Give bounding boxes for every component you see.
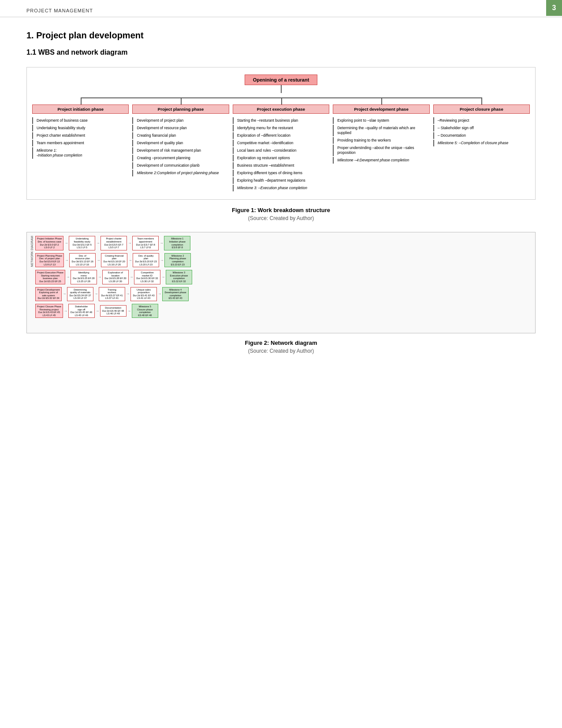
wbs-item: Development of communication planb [132, 162, 229, 169]
wbs-milestone: Milestone 1:-Initiation phase completion [32, 147, 129, 159]
wbs-milestone: Milestone 3: –Execution phase completion [233, 185, 329, 191]
network-row-1: Project Initiation PhaseDev. of business… [35, 236, 532, 250]
wbs-item: Development of risk management plan [132, 147, 229, 154]
nd-box: Project Closure PhaseReviewing projectDu… [35, 304, 63, 318]
wbs-milestone: Milestone 2:Completion of project planni… [132, 170, 229, 176]
wbs-item: Competitive market –identification [233, 140, 329, 146]
wbs-milestone: Milestone –4:Devepment phase completion [333, 157, 429, 164]
nd-box: Team membersappointmentDur:1d ES:7 EF:8L… [132, 236, 159, 250]
subsection-title: 1.1 WBS and network diagram [26, 49, 536, 56]
wbs-item: –Reviewing project [433, 117, 530, 124]
wbs-item: Creating –procurement planning [132, 155, 229, 161]
nd-box: Competitivemarket IDDur:2d ES:30 EF:32LS… [134, 270, 160, 284]
figure2-caption: Figure 2: Network diagram [26, 340, 536, 346]
wbs-item: Exploring health –department regulations [233, 177, 329, 184]
phase-planning-items: Development of project plan Development … [132, 117, 229, 177]
network-row-4: Project DevelopmentExploring point ofsal… [35, 287, 532, 301]
phase-planning: Project planning phase Development of pr… [130, 97, 231, 192]
nd-box: Undertakingfeasibility studyDur:3d ES:2 … [69, 236, 95, 250]
network-row-3: Project Execution PhaseStarting resturan… [35, 270, 532, 284]
nd-box: Dev. of qualityplanDur:3d ES:20 EF:23LS:… [133, 253, 159, 267]
nd-arrow: → [96, 309, 99, 313]
nd-arrow: → [65, 258, 68, 262]
nd-arrow: → [128, 241, 131, 245]
figure1-caption: Figure 1: Work breakdown structure [26, 207, 536, 213]
nd-arrow: → [97, 258, 100, 262]
wbs-diagram: Openining of a resturant Project initiat… [26, 67, 536, 200]
phase-execution-label: Project execution phase [233, 105, 329, 114]
wbs-item: Determining the –quality of materials wh… [333, 125, 429, 136]
nd-arrow: → [128, 258, 132, 262]
nd-box: Project charterestablishmentDur:2d ES:5 … [100, 236, 127, 250]
nd-milestone-box: Milestone 1Initiation phasecompletionES:… [164, 236, 190, 250]
main-content: 1. Project plan development 1.1 WBS and … [0, 30, 562, 354]
nd-box: Dev. ofresource planDur:3d ES:13 EF:16LS… [69, 253, 96, 267]
page-header: PROJECT MANAGEMENT [0, 0, 562, 17]
nd-box: Project Initiation PhaseDev. of business… [35, 236, 63, 250]
wbs-item: Providing training to the workers [333, 137, 429, 144]
wbs-root-label: Openining of a resturant [245, 75, 318, 85]
network-row-2: Project Planning PhaseDev. of project pl… [35, 253, 532, 267]
nd-arrow: → [161, 275, 165, 279]
wbs-item: Development of quality plan [132, 140, 229, 146]
nd-arrow: → [63, 292, 66, 296]
page-number: 3 [546, 0, 562, 16]
wbs-item: – Documentation [433, 132, 530, 139]
nd-box: Unique salespropositionDur:2d ES:41 EF:4… [130, 287, 157, 301]
nd-arrow: → [126, 292, 130, 296]
nd-arrow: → [98, 275, 101, 279]
nd-box: IdentifyingmenuDur:3d ES:25 EF:28LS:25 L… [71, 270, 97, 284]
nd-milestone-box: Milestone 5Closure phasecompletionES:48 … [132, 304, 158, 318]
section-title: 1. Project plan development [26, 30, 536, 41]
phase-development-items: Exploring point to –slae system Determin… [333, 117, 429, 164]
nd-arrow: → [64, 309, 67, 313]
wbs-item: Development of resource plan [132, 125, 229, 131]
phase-initiation-items: Development of business case Undertaking… [32, 117, 129, 160]
network-row-5: Project Closure PhaseReviewing projectDu… [35, 304, 532, 318]
wbs-item: Identyfying menu for the resturant [233, 125, 329, 131]
wbs-item: Development of business case [32, 117, 129, 124]
wbs-item: Project charter establishment [32, 132, 129, 139]
nd-arrow: → [64, 241, 68, 245]
nd-box: Exploration oflocationDur:2d ES:28 EF:30… [102, 270, 129, 284]
wbs-item: Starting the –resturant business plan [233, 117, 329, 124]
wbs-milestone: Milestone 5: –Completion of closure phas… [433, 140, 530, 146]
nd-arrow: → [158, 292, 161, 296]
phase-closure-label: Project closure phase [433, 105, 530, 114]
wbs-item: – Stakeholder sign off [433, 125, 530, 131]
wbs-item: Creating fianancial plan [132, 132, 229, 139]
phase-closure-items: –Reviewing project – Stakeholder sign of… [433, 117, 530, 147]
nd-box: Project Execution PhaseStarting resturan… [35, 270, 65, 284]
nd-arrow: → [160, 258, 164, 262]
phase-initiation: Project initiation phase Development of … [30, 97, 130, 192]
phase-execution: Project execution phase Starting the –re… [231, 97, 331, 192]
wbs-root: Openining of a resturant [30, 75, 532, 93]
nd-milestone-box: Milestone 3Execution phasecompletionES:3… [166, 270, 192, 284]
nd-arrow: → [96, 241, 100, 245]
phase-initiation-label: Project initiation phase [32, 105, 129, 114]
nd-box: Determiningquality of materialsDur:3d ES… [67, 287, 93, 301]
nd-box: Project DevelopmentExploring point ofsal… [35, 287, 62, 301]
nd-arrow: → [127, 309, 131, 313]
wbs-item: Team members appointment [32, 140, 129, 146]
phase-development-label: Project development phase [333, 105, 429, 114]
figure1-source: (Source: Created by Author) [26, 215, 536, 221]
nd-box: Creating financialplanDur:4d ES:16 EF:20… [101, 253, 127, 267]
phase-planning-label: Project planning phase [132, 105, 229, 114]
nd-box: DocumentationDur:2d ES:46 EF:48LS:46 LF:… [100, 305, 127, 317]
wbs-item: Development of project plan [132, 117, 229, 124]
phase-development: Project development phase Exploring poin… [331, 97, 431, 192]
wbs-item: Exploration og resturant options [233, 155, 329, 161]
nd-milestone-box: Milestone 4Development phasecompletionES… [162, 287, 189, 301]
wbs-item: Proper understnding –about the unique –s… [333, 145, 429, 156]
wbs-item: Exploration of –different location [233, 132, 329, 139]
nd-arrow: → [130, 275, 133, 279]
wbs-item: Exploring different types of dining item… [233, 170, 329, 176]
nd-arrow: → [66, 275, 70, 279]
header-title: PROJECT MANAGEMENT [26, 8, 93, 13]
wbs-item: Local laws and rules –consideration [233, 147, 329, 154]
figure2-source: (Source: Created by Author) [26, 348, 536, 354]
nd-box: Stakeholdersign offDur:1d ES:45 EF:46LS:… [68, 304, 95, 318]
wbs-root-line [281, 85, 282, 93]
wbs-item: Exploring point to –slae system [333, 117, 429, 124]
